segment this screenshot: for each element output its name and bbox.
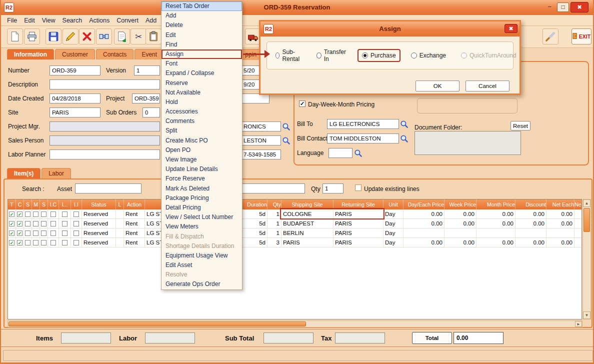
row-checkbox[interactable]: [41, 230, 46, 236]
context-item-accessories[interactable]: Accessories: [162, 107, 242, 116]
column-header-duration[interactable]: Duration: [242, 200, 268, 210]
row-checkbox[interactable]: [74, 212, 79, 217]
row-checkbox[interactable]: [62, 230, 68, 236]
context-item-font[interactable]: Font: [162, 59, 242, 68]
row-checkbox[interactable]: [25, 230, 30, 236]
context-item-add[interactable]: Add: [162, 11, 242, 20]
context-item-view-select-lot-number[interactable]: View / Select Lot Number: [162, 212, 242, 222]
context-item-view-image[interactable]: View Image: [162, 155, 242, 164]
customer-lookup-icon[interactable]: [282, 122, 290, 131]
radio-purchase[interactable]: Purchase: [358, 49, 400, 62]
row-checkbox[interactable]: [33, 212, 38, 217]
row-checkbox[interactable]: [9, 212, 14, 217]
menu-convert[interactable]: Convert: [116, 17, 138, 24]
number-field[interactable]: ORD-359: [50, 66, 100, 76]
context-item-reset-tab-order[interactable]: Reset Tab Order: [162, 2, 242, 11]
day-week-month-pricing-checkbox[interactable]: ✓: [299, 100, 306, 107]
column-header-day-each-price[interactable]: Day/Each Price: [404, 200, 444, 210]
menu-search[interactable]: Search: [62, 17, 82, 24]
project-mgr-field[interactable]: [50, 122, 160, 132]
contact-lookup-icon[interactable]: [282, 136, 290, 145]
column-header-qty[interactable]: Qty: [268, 200, 282, 210]
phone-field-fragment[interactable]: 7-5349-1585: [236, 150, 281, 160]
context-item-equipment-usage-view[interactable]: Equipment Usage View: [162, 251, 242, 260]
row-checkbox[interactable]: [25, 221, 30, 226]
description-field[interactable]: [50, 80, 160, 90]
column-header-month-price[interactable]: Month Price: [476, 200, 516, 210]
column-header-i-i[interactable]: I.I: [71, 200, 82, 210]
reset-button[interactable]: Reset: [510, 121, 530, 130]
column-header-discount[interactable]: Discount: [516, 200, 546, 210]
menu-edit[interactable]: Edit: [24, 17, 35, 24]
context-item-assign[interactable]: Assign: [162, 50, 242, 59]
context-item-reserve[interactable]: Reserve: [162, 78, 242, 88]
column-header-l[interactable]: L: [116, 200, 124, 210]
delete-icon[interactable]: [79, 28, 95, 44]
find-icon[interactable]: [96, 28, 112, 44]
column-header-week-price[interactable]: Week Price: [444, 200, 476, 210]
customer-field-fragment[interactable]: RONICS: [236, 122, 281, 132]
vertical-scroll-thumb[interactable]: [584, 208, 590, 232]
scroll-right-icon[interactable]: ►: [575, 321, 582, 327]
context-item-view-meters[interactable]: View Meters: [162, 222, 242, 232]
paste-icon[interactable]: [146, 28, 162, 44]
context-item-package-pricing[interactable]: Package Pricing: [162, 194, 242, 203]
sales-person-field[interactable]: [50, 136, 160, 146]
row-checkbox[interactable]: [33, 230, 38, 236]
row-checkbox[interactable]: [17, 212, 22, 217]
context-item-update-line-details[interactable]: Update Line Details: [162, 164, 242, 174]
row-checkbox[interactable]: [9, 221, 14, 226]
radio-exchange[interactable]: Exchange: [406, 49, 450, 62]
row-checkbox[interactable]: [50, 230, 56, 236]
date-created-field[interactable]: 04/28/2018: [50, 94, 100, 104]
minimize-button[interactable]: –: [544, 2, 556, 12]
bill-contact-lookup-icon[interactable]: [400, 134, 408, 143]
table-row[interactable]: ReservedRentLG ST5d1BERLINPARISDay: [8, 228, 582, 238]
menu-actions[interactable]: Actions: [89, 17, 110, 24]
contact-field-fragment[interactable]: LESTON: [236, 136, 281, 146]
column-header-action[interactable]: Action: [124, 200, 145, 210]
new-document-icon[interactable]: [7, 28, 23, 44]
menu-view[interactable]: View: [42, 17, 56, 24]
row-checkbox[interactable]: [41, 212, 46, 217]
cancel-button[interactable]: Cancel: [466, 80, 510, 92]
sub-orders-field[interactable]: 0: [142, 108, 160, 118]
row-checkbox[interactable]: [50, 212, 56, 217]
tab-contacts[interactable]: Contacts: [96, 49, 134, 60]
transfer-icon[interactable]: [114, 28, 130, 44]
context-item-find[interactable]: Find: [162, 40, 242, 50]
scroll-down-icon[interactable]: ▼: [583, 312, 590, 319]
horizontal-scroll-thumb[interactable]: [8, 322, 306, 326]
asset-search-input[interactable]: [75, 184, 142, 194]
column-header-i-c[interactable]: I.C: [48, 200, 59, 210]
labor-planner-field[interactable]: [50, 150, 160, 160]
ok-button[interactable]: OK: [416, 80, 460, 92]
row-checkbox[interactable]: [25, 212, 30, 217]
column-header-s[interactable]: S: [24, 200, 32, 210]
items-vertical-scrollbar[interactable]: ▲ ▼: [582, 199, 591, 320]
row-checkbox[interactable]: [33, 240, 38, 246]
tab-information[interactable]: Information: [7, 49, 54, 60]
context-item-force-reserve[interactable]: Force Reserve: [162, 174, 242, 184]
cut-icon[interactable]: ✂: [130, 28, 146, 44]
row-checkbox[interactable]: [9, 230, 14, 236]
site-field[interactable]: PARIS: [50, 108, 100, 118]
column-header-unit[interactable]: Unit: [384, 200, 404, 210]
row-checkbox[interactable]: [9, 240, 14, 246]
row-checkbox[interactable]: [25, 240, 30, 246]
column-header-t[interactable]: T: [8, 200, 16, 210]
context-item-hold[interactable]: Hold: [162, 98, 242, 107]
context-item-open-po[interactable]: Open PO: [162, 146, 242, 155]
language-lookup-icon[interactable]: [354, 149, 362, 158]
context-item-not-available[interactable]: Not Available: [162, 88, 242, 98]
tab-labor[interactable]: Labor: [42, 168, 71, 178]
context-item-generate-ops-order[interactable]: Generate Ops Order: [162, 280, 242, 289]
row-checkbox[interactable]: [74, 221, 79, 226]
menu-add[interactable]: Add: [146, 17, 156, 24]
column-header-ne[interactable]: Ne: [574, 200, 582, 210]
bill-contact-field[interactable]: TOM HIDDLESTON: [327, 134, 399, 144]
row-checkbox[interactable]: [74, 240, 79, 246]
wand-icon[interactable]: [542, 28, 558, 44]
context-item-create-misc-po[interactable]: Create Misc PO: [162, 136, 242, 146]
context-item-split[interactable]: Split: [162, 126, 242, 136]
